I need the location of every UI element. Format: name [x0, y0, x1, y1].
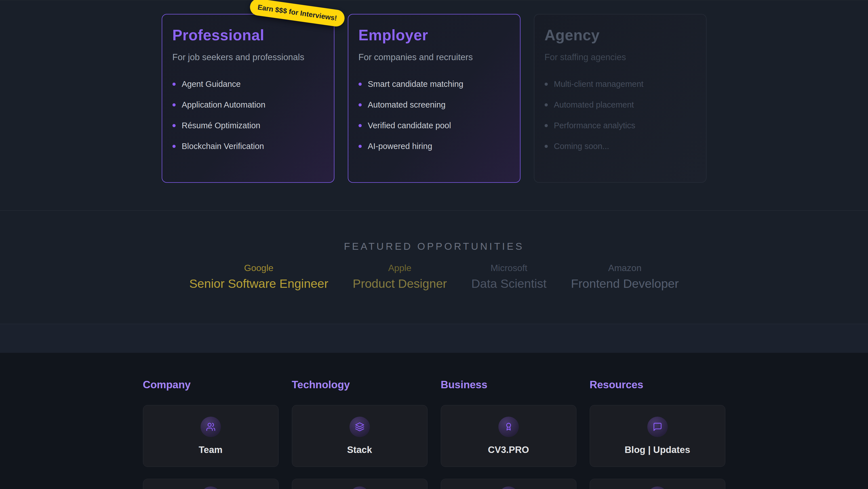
- feature-item: AI-powered hiring: [359, 142, 510, 151]
- footer-header: Company: [143, 379, 279, 391]
- job-role: Senior Software Engineer: [189, 277, 328, 291]
- featured-heading: FEATURED OPPORTUNITIES: [0, 241, 868, 252]
- job-company: Google: [189, 263, 328, 273]
- feature-item: Coming soon...: [545, 142, 696, 151]
- footer-column-business: Business CV3.PRO: [441, 379, 577, 489]
- feature-list: Agent Guidance Application Automation Ré…: [173, 80, 324, 151]
- bullet-dot-icon: [359, 103, 362, 107]
- feature-item: Application Automation: [173, 100, 324, 110]
- feature-list: Multi-client management Automated placem…: [545, 80, 696, 151]
- footer-header: Technology: [292, 379, 428, 391]
- footer-card-blog[interactable]: Blog | Updates: [590, 405, 725, 467]
- bullet-dot-icon: [173, 103, 176, 107]
- feature-label: AI-powered hiring: [368, 142, 432, 151]
- job-item-microsoft[interactable]: Microsoft Data Scientist: [471, 263, 546, 291]
- bullet-dot-icon: [545, 145, 548, 148]
- featured-jobs-carousel: Google Senior Software Engineer Apple Pr…: [0, 263, 868, 291]
- card-title-agency: Agency: [545, 26, 696, 44]
- footer-card-cv3pro[interactable]: CV3.PRO: [441, 405, 577, 467]
- bullet-dot-icon: [173, 145, 176, 148]
- layers-icon: [355, 422, 365, 432]
- feature-label: Smart candidate matching: [368, 80, 464, 89]
- feature-label: Application Automation: [182, 100, 266, 110]
- icon-circle: [200, 486, 221, 489]
- footer-columns: Company Team Technology: [143, 379, 725, 489]
- job-role: Data Scientist: [471, 277, 546, 291]
- users-icon: [206, 422, 216, 432]
- feature-label: Multi-client management: [554, 80, 644, 89]
- footer-card-partial[interactable]: [441, 479, 577, 489]
- feature-label: Automated screening: [368, 100, 446, 110]
- footer-card-label: Stack: [347, 444, 372, 455]
- feature-item: Automated placement: [545, 100, 696, 110]
- job-item-apple[interactable]: Apple Product Designer: [352, 263, 447, 291]
- bullet-dot-icon: [545, 103, 548, 107]
- feature-label: Verified candidate pool: [368, 121, 451, 130]
- feature-item: Verified candidate pool: [359, 121, 510, 130]
- bullet-dot-icon: [173, 83, 176, 86]
- card-title-employer: Employer: [359, 26, 510, 44]
- icon-circle: [349, 416, 370, 437]
- icon-circle: [647, 486, 668, 489]
- chat-icon: [653, 422, 662, 432]
- footer-card-label: Team: [199, 444, 223, 455]
- feature-item: Smart candidate matching: [359, 80, 510, 89]
- job-item-google[interactable]: Google Senior Software Engineer: [189, 263, 328, 291]
- footer-card-partial[interactable]: [292, 479, 428, 489]
- feature-item: Agent Guidance: [173, 80, 324, 89]
- feature-label: Automated placement: [554, 100, 634, 110]
- footer-card-team[interactable]: Team: [143, 405, 279, 467]
- award-icon: [504, 422, 514, 432]
- bullet-dot-icon: [545, 83, 548, 86]
- bullet-dot-icon: [359, 83, 362, 86]
- featured-opportunities-section: FEATURED OPPORTUNITIES Google Senior Sof…: [0, 210, 868, 324]
- pricing-card-professional[interactable]: Earn $$$ for Interviews! Professional Fo…: [162, 14, 335, 183]
- footer-card-partial[interactable]: [590, 479, 725, 489]
- job-company: Amazon: [571, 263, 679, 273]
- feature-label: Performance analytics: [554, 121, 636, 130]
- icon-circle: [498, 416, 519, 437]
- job-item-amazon[interactable]: Amazon Frontend Developer: [571, 263, 679, 291]
- icon-circle: [200, 416, 221, 437]
- footer-column-resources: Resources Blog | Updates: [590, 379, 725, 489]
- pricing-card-employer[interactable]: Employer For companies and recruiters Sm…: [348, 14, 521, 183]
- feature-item: Automated screening: [359, 100, 510, 110]
- feature-label: Agent Guidance: [182, 80, 241, 89]
- bullet-dot-icon: [545, 124, 548, 127]
- card-subtitle: For companies and recruiters: [359, 52, 510, 62]
- job-company: Microsoft: [471, 263, 546, 273]
- footer-card-stack[interactable]: Stack: [292, 405, 428, 467]
- footer-column-company: Company Team: [143, 379, 279, 489]
- job-role: Frontend Developer: [571, 277, 679, 291]
- pricing-section: Earn $$$ for Interviews! Professional Fo…: [0, 0, 868, 210]
- pricing-card-agency: Agency For staffing agencies Multi-clien…: [534, 14, 707, 183]
- bullet-dot-icon: [359, 145, 362, 148]
- footer-header: Resources: [590, 379, 725, 391]
- footer-card-label: Blog | Updates: [625, 444, 690, 455]
- footer-header: Business: [441, 379, 577, 391]
- card-subtitle: For staffing agencies: [545, 52, 696, 62]
- job-company: Apple: [352, 263, 447, 273]
- feature-item: Résumé Optimization: [173, 121, 324, 130]
- job-role: Product Designer: [352, 277, 447, 291]
- icon-circle: [498, 486, 519, 489]
- feature-label: Résumé Optimization: [182, 121, 260, 130]
- feature-label: Coming soon...: [554, 142, 609, 151]
- footer-column-technology: Technology Stack: [292, 379, 428, 489]
- bullet-dot-icon: [359, 124, 362, 127]
- feature-item: Performance analytics: [545, 121, 696, 130]
- spacer-band: [0, 324, 868, 353]
- bullet-dot-icon: [173, 124, 176, 127]
- feature-item: Blockchain Verification: [173, 142, 324, 151]
- feature-item: Multi-client management: [545, 80, 696, 89]
- card-subtitle: For job seekers and professionals: [173, 52, 324, 62]
- pricing-cards-row: Earn $$$ for Interviews! Professional Fo…: [162, 14, 707, 183]
- earn-for-interviews-badge: Earn $$$ for Interviews!: [249, 0, 345, 28]
- footer-card-label: CV3.PRO: [488, 444, 529, 455]
- feature-label: Blockchain Verification: [182, 142, 264, 151]
- card-title-professional: Professional: [173, 26, 324, 44]
- footer: Company Team Technology: [0, 353, 868, 489]
- footer-card-partial[interactable]: [143, 479, 279, 489]
- feature-list: Smart candidate matching Automated scree…: [359, 80, 510, 151]
- icon-circle: [349, 486, 370, 489]
